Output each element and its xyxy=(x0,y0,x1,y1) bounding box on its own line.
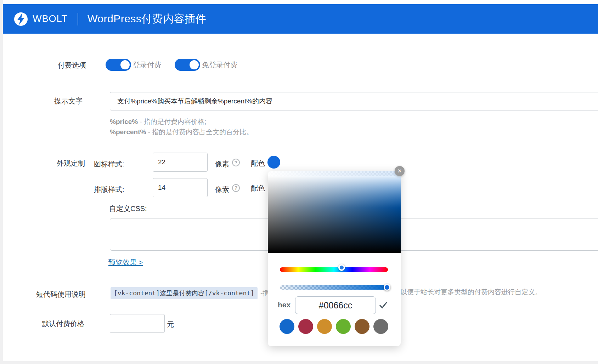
help-desc: - 指的是付费内容价格; xyxy=(138,118,206,125)
hex-label: hex xyxy=(278,301,290,309)
saturation-area[interactable] xyxy=(268,171,401,253)
typo-color-label: 配色 xyxy=(251,183,265,193)
swatch-red[interactable] xyxy=(298,319,313,334)
typo-size-unit: 像素 xyxy=(215,185,229,194)
alpha-slider-handle[interactable] xyxy=(384,284,390,291)
saturation-alpha-dots xyxy=(268,171,401,176)
toggle-login-paid-label: 登录付费 xyxy=(133,60,161,70)
icon-style-label: 图标样式: xyxy=(94,159,124,169)
header-divider xyxy=(78,13,78,25)
appearance-label: 外观定制 xyxy=(57,159,85,168)
typo-size-help-icon[interactable]: ? xyxy=(232,184,240,192)
shortcode-desc-after: 以便于站长对更多类型的付费内容进行自定义。 xyxy=(400,288,542,297)
typo-size-input[interactable] xyxy=(153,178,208,197)
payment-options-label: 付费选项 xyxy=(58,61,86,70)
help-desc: - 指的是付费内容占全文的百分比。 xyxy=(146,128,253,136)
custom-css-label: 自定义CSS: xyxy=(109,204,147,214)
shortcode-line: [vk-content]这里是付费内容[/vk-content] -插件支 xyxy=(111,287,283,299)
default-price-label: 默认付费价格 xyxy=(42,319,84,329)
saturation-gradient xyxy=(268,176,401,253)
prompt-text-label: 提示文字 xyxy=(54,96,83,106)
swatch-gray[interactable] xyxy=(373,319,388,334)
brand-name: WBOLT xyxy=(33,13,68,24)
shortcode-label: 短代码使用说明 xyxy=(36,290,86,299)
swatch-row xyxy=(280,319,388,334)
hue-slider-handle[interactable] xyxy=(338,264,345,271)
help-code: %percent% xyxy=(110,128,146,136)
page-title: WordPress付费内容插件 xyxy=(88,12,206,26)
prompt-help-price: %price% - 指的是付费内容价格; xyxy=(110,117,206,126)
prompt-text-input[interactable] xyxy=(110,92,598,110)
help-code: %price% xyxy=(110,118,138,125)
hex-input[interactable] xyxy=(295,296,376,314)
swatch-brown[interactable] xyxy=(355,319,369,334)
icon-size-input[interactable] xyxy=(153,153,208,172)
swatch-blue[interactable] xyxy=(280,319,294,334)
icon-color-swatch-button[interactable] xyxy=(267,156,280,169)
toggle-nologin-paid-label: 免登录付费 xyxy=(202,60,237,70)
typo-style-label: 排版样式: xyxy=(94,185,124,194)
close-icon[interactable]: ✕ xyxy=(395,166,405,176)
content-area: WBOLT WordPress付费内容插件 付费选项 登录付费 免登录付费 提示… xyxy=(3,0,598,361)
icon-size-help-icon[interactable]: ? xyxy=(232,159,240,166)
toggle-knob xyxy=(189,59,199,70)
app-header: WBOLT WordPress付费内容插件 xyxy=(3,4,598,34)
alpha-slider[interactable] xyxy=(280,285,388,290)
wbolt-lightning-icon xyxy=(14,12,28,26)
icon-color-label: 配色 xyxy=(251,159,265,168)
prompt-help-percent: %percent% - 指的是付费内容占全文的百分比。 xyxy=(110,127,253,137)
check-icon[interactable] xyxy=(378,300,388,310)
color-picker-panel: ✕ hex xyxy=(268,171,401,346)
toggle-knob xyxy=(120,59,130,70)
payment-toggles-row: 登录付费 免登录付费 xyxy=(106,59,251,71)
toggle-login-paid[interactable] xyxy=(106,59,131,71)
page: WBOLT WordPress付费内容插件 付费选项 登录付费 免登录付费 提示… xyxy=(0,0,598,364)
hue-slider[interactable] xyxy=(280,267,388,272)
swatch-orange[interactable] xyxy=(317,319,332,334)
swatch-green[interactable] xyxy=(336,319,351,334)
default-price-input[interactable] xyxy=(110,314,165,333)
preview-link[interactable]: 预览效果 > xyxy=(108,258,143,267)
shortcode-code-chip: [vk-content]这里是付费内容[/vk-content] xyxy=(111,287,258,299)
price-unit-label: 元 xyxy=(167,320,174,329)
toggle-nologin-paid[interactable] xyxy=(175,59,200,71)
icon-size-unit: 像素 xyxy=(215,159,229,169)
